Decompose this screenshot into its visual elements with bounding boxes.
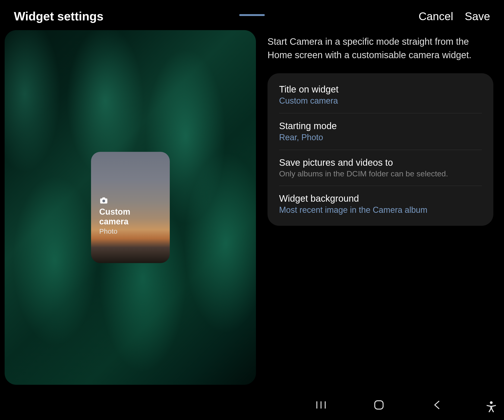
- widget-preview-mode: Photo: [99, 227, 162, 235]
- save-button[interactable]: Save: [465, 10, 490, 23]
- setting-label: Widget background: [279, 193, 482, 204]
- setting-label: Title on widget: [279, 84, 482, 95]
- header: Widget settings Cancel Save: [0, 0, 504, 30]
- setting-widget-background[interactable]: Widget background Most recent image in t…: [279, 186, 482, 222]
- setting-starting-mode[interactable]: Starting mode Rear, Photo: [279, 113, 482, 150]
- navigation-bar: [254, 395, 504, 415]
- back-button[interactable]: [430, 398, 444, 412]
- page-title: Widget settings: [14, 9, 103, 23]
- setting-save-location[interactable]: Save pictures and videos to Only albums …: [279, 150, 482, 186]
- setting-label: Starting mode: [279, 121, 482, 131]
- setting-value: Most recent image in the Camera album: [279, 205, 482, 215]
- accessibility-button[interactable]: [485, 400, 498, 413]
- camera-icon: [99, 196, 162, 205]
- svg-rect-4: [375, 401, 383, 409]
- widget-preview-pane: Custom camera Photo: [5, 30, 256, 385]
- cancel-button[interactable]: Cancel: [419, 10, 453, 23]
- setting-value: Custom camera: [279, 96, 482, 106]
- widget-preview-name: Custom camera: [99, 207, 162, 226]
- recents-button[interactable]: [314, 398, 328, 412]
- setting-hint: Only albums in the DCIM folder can be se…: [279, 169, 482, 178]
- widget-preview-card: Custom camera Photo: [91, 152, 170, 263]
- setting-value: Rear, Photo: [279, 133, 482, 142]
- settings-card: Title on widget Custom camera Starting m…: [268, 73, 493, 226]
- setting-title-on-widget[interactable]: Title on widget Custom camera: [279, 77, 482, 113]
- svg-point-0: [102, 200, 105, 202]
- settings-description: Start Camera in a specific mode straight…: [268, 35, 493, 73]
- home-button[interactable]: [372, 398, 386, 412]
- svg-point-5: [490, 401, 493, 404]
- setting-label: Save pictures and videos to: [279, 157, 482, 168]
- drag-handle[interactable]: [239, 14, 265, 16]
